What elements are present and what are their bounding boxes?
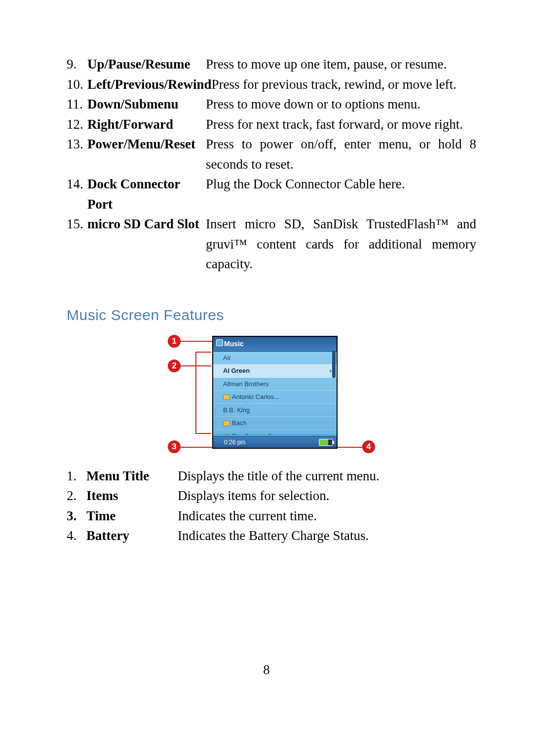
feature-label: Items [86,486,178,506]
feature-number: 2. [67,486,86,506]
callout-3: 3 [168,440,181,453]
item-number: 14. [67,174,87,194]
manual-page: 9. Up/Pause/Resume Press to move up one … [0,0,533,756]
controls-row: 11. Down/Submenu Press to move down or t… [67,94,476,114]
folder-icon [223,434,230,434]
controls-list: 9. Up/Pause/Resume Press to move up one … [67,54,476,274]
item-number: 9. [67,54,87,74]
feature-label: Time [86,506,178,526]
feature-desc: Displays items for selection. [178,486,476,506]
item-label: Dock Connector Port [87,174,206,214]
list-item-text: Bach [232,419,247,427]
list-item: Antonio Carlos... [213,391,337,404]
item-desc: Press for next track, fast forward, or m… [206,114,476,135]
controls-row: 9. Up/Pause/Resume Press to move up one … [67,54,476,74]
battery-icon [319,439,333,446]
features-row: 3. Time Indicates the current time. [67,506,476,526]
screen-list: Air Al Green Allman Brothers Antonio Car… [213,352,337,434]
device-figure: 1 2 3 4 Music Air Al Green Allman Brothe… [163,331,380,459]
item-desc: Insert micro SD, SanDisk TrustedFlash™ a… [206,214,476,274]
screen-status-bar: 0:26 pm [213,436,337,448]
controls-row: 10. Left/Previous/Rewind Press for previ… [67,74,476,95]
feature-number: 4. [67,526,86,546]
callout-4: 4 [362,440,375,453]
item-number: 11. [67,94,87,114]
item-number: 15. [67,214,87,234]
callout-line [195,352,196,433]
feature-label: Battery [86,526,178,546]
feature-number: 3. [67,506,86,526]
list-item: Bach [213,417,337,430]
callout-line [195,433,211,434]
device-screen: Music Air Al Green Allman Brothers Anton… [212,336,338,449]
list-item-text: Al Green [223,367,250,374]
screen-time: 0:26 pm [224,438,245,447]
features-row: 2. Items Displays items for selection. [67,486,476,506]
list-item-text: The Beastie Boys [232,432,282,434]
list-item-text: Allman Brothers [223,380,268,388]
callout-line [337,447,362,448]
item-desc: Press to move down or to options menu. [206,94,476,114]
scrollbar [332,351,336,378]
callout-line [195,352,211,353]
list-item-text: B.B. King [223,406,250,414]
callout-2: 2 [168,360,181,372]
item-label: Down/Submenu [87,94,206,114]
list-item: The Beastie Boys [213,430,337,434]
item-label: Up/Pause/Resume [87,54,206,74]
section-title: Music Screen Features [67,304,476,326]
item-number: 12. [67,114,87,135]
controls-row: 13. Power/Menu/Reset Press to power on/o… [67,134,476,174]
item-number: 10. [67,74,87,95]
list-item-text: Antonio Carlos... [232,393,279,400]
page-number: 8 [0,660,533,680]
feature-desc: Indicates the current time. [178,506,476,526]
features-list: 1. Menu Title Displays the title of the … [67,466,476,546]
list-item: B.B. King [213,404,337,417]
folder-icon [223,421,230,426]
callout-1: 1 [168,335,181,348]
features-row: 1. Menu Title Displays the title of the … [67,466,476,486]
feature-number: 1. [67,466,86,486]
controls-row: 14. Dock Connector Port Plug the Dock Co… [67,174,476,214]
controls-row: 12. Right/Forward Press for next track, … [67,114,476,135]
feature-label: Menu Title [86,466,178,486]
feature-desc: Displays the title of the current menu. [178,466,476,486]
item-label: Left/Previous/Rewind [87,74,212,95]
item-desc: Plug the Dock Connector Cable here. [206,174,476,194]
item-desc: Press to power on/off, enter menu, or ho… [206,134,476,174]
item-number: 13. [67,134,87,154]
list-item: Al Green [213,364,337,378]
list-item-text: Air [223,354,231,361]
list-item: Allman Brothers [213,378,337,391]
item-label: Right/Forward [87,114,206,135]
item-desc: Press to move up one item, pause, or res… [206,54,476,74]
list-item: Air [213,352,337,365]
folder-icon [223,395,230,400]
item-desc: Press for previous track, rewind, or mov… [212,74,477,95]
item-label: Power/Menu/Reset [87,134,206,154]
feature-desc: Indicates the Battery Charge Status. [178,526,476,546]
screen-menu-title: Music [213,337,337,352]
item-label: micro SD Card Slot [87,214,206,234]
features-row: 4. Battery Indicates the Battery Charge … [67,526,476,546]
controls-row: 15. micro SD Card Slot Insert micro SD, … [67,214,476,274]
